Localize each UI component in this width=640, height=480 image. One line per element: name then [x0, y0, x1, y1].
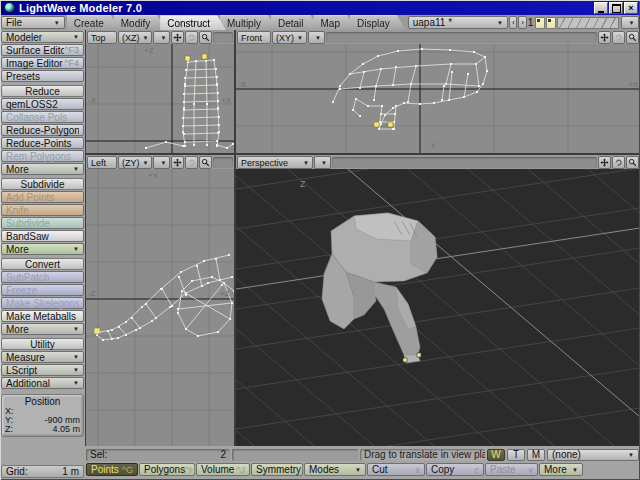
- viewport-top-style-dropdown[interactable]: ▼: [153, 31, 170, 44]
- viewport-front[interactable]: Front (XY)▼ ▼: [236, 30, 640, 153]
- tab-construct[interactable]: Construct: [160, 15, 226, 30]
- viewport-perspective-style-dropdown[interactable]: ▼: [314, 156, 331, 169]
- axis-label: -X: [88, 96, 97, 105]
- modes-dropdown-button[interactable]: Modes▼: [304, 463, 366, 476]
- minimize-button[interactable]: [594, 2, 608, 14]
- viewport-front-header: Front (XY)▼ ▼: [236, 30, 640, 44]
- chevron-down-icon: ▼: [54, 20, 60, 26]
- viewport-left[interactable]: Left (ZY)▼ ▼: [86, 155, 234, 446]
- zoom-tool-button[interactable]: [626, 31, 639, 44]
- sidebar-item-additional[interactable]: Additional▼: [1, 377, 84, 389]
- zoom-tool-button[interactable]: [199, 156, 212, 169]
- close-button[interactable]: ×: [624, 2, 638, 14]
- magnifier-icon: [628, 32, 637, 43]
- section-header-convert: Convert: [1, 258, 84, 270]
- tab-create[interactable]: Create: [67, 15, 120, 30]
- axis-label: -Y: [428, 141, 437, 150]
- tab-map[interactable]: Map: [313, 15, 355, 30]
- sidebar-item-modeler[interactable]: Modeler▼: [1, 31, 84, 43]
- viewport-area: Top (XZ)▼ ▼: [85, 30, 640, 446]
- morph-mode-button[interactable]: M: [527, 449, 545, 461]
- header-filler: [213, 157, 233, 168]
- viewport-perspective-dropdown[interactable]: Perspective▼: [237, 156, 313, 169]
- viewport-front-label-button[interactable]: Front: [237, 31, 271, 44]
- sidebar-item-add-points: Add Points: [1, 191, 84, 203]
- zoom-tool-button[interactable]: [199, 31, 212, 44]
- viewport-front-style-dropdown[interactable]: ▼: [308, 31, 325, 44]
- zoom-tool-button[interactable]: [626, 156, 639, 169]
- pan-tool-button[interactable]: [171, 156, 184, 169]
- points-mode-button[interactable]: Points^G: [86, 463, 138, 476]
- copy-button[interactable]: Copyc: [426, 463, 484, 476]
- sidebar-item-make-metaballs[interactable]: Make Metaballs: [1, 310, 84, 322]
- sidebar-item-reduce-points[interactable]: Reduce-Points: [1, 137, 84, 149]
- texture-mode-button[interactable]: T: [507, 449, 525, 461]
- viewport-top-label-button[interactable]: Top: [87, 31, 117, 44]
- more-dropdown-button[interactable]: More▼: [539, 463, 583, 476]
- object-selector-dropdown[interactable]: uapa11 * ▼: [408, 16, 508, 29]
- tab-modify[interactable]: Modify: [114, 15, 166, 30]
- sidebar-item-reduce-polygons[interactable]: Reduce-Polygons: [1, 124, 84, 136]
- viewport-top[interactable]: Top (XZ)▼ ▼: [86, 30, 234, 153]
- chevron-down-icon: ▼: [73, 365, 79, 376]
- viewport-top-axis-dropdown[interactable]: (XZ)▼: [118, 31, 152, 44]
- viewport-front-axis-dropdown[interactable]: (XY)▼: [272, 31, 307, 44]
- chevron-down-icon: ▼: [73, 324, 79, 335]
- chevron-down-icon: ▼: [160, 35, 166, 41]
- viewport-perspective-canvas[interactable]: Z: [236, 169, 640, 446]
- rotate-tool-button[interactable]: [612, 156, 625, 169]
- sidebar-item-image-editor[interactable]: Image Editor^F4: [1, 57, 84, 69]
- chevron-down-icon: ▼: [160, 160, 166, 166]
- viewport-top-canvas[interactable]: +Z -X +X: [86, 44, 234, 153]
- sidebar-item-presets[interactable]: Presets: [1, 70, 84, 82]
- sidebar-item-bandsaw[interactable]: BandSaw: [1, 230, 84, 242]
- pan-tool-button[interactable]: [598, 156, 611, 169]
- cut-button[interactable]: Cutx: [367, 463, 425, 476]
- tab-multiply[interactable]: Multiply: [220, 15, 277, 30]
- rotate-tool-button: [185, 31, 198, 44]
- layer-tab-2[interactable]: [546, 17, 556, 29]
- viewport-left-axis-dropdown[interactable]: (ZY)▼: [118, 156, 152, 169]
- rotate-tool-button: [185, 156, 198, 169]
- viewport-perspective[interactable]: Perspective▼ ▼ Z: [236, 155, 640, 446]
- sidebar-item-more-convert[interactable]: More▼: [1, 323, 84, 335]
- magnifier-icon: [201, 157, 210, 168]
- axis-label: +Z: [220, 289, 230, 298]
- header-filler: [326, 32, 597, 43]
- pan-tool-button[interactable]: [171, 31, 184, 44]
- sidebar-item-qemloss2[interactable]: qemLOSS2: [1, 98, 84, 110]
- sidebar-item-more-subdivide[interactable]: More▼: [1, 243, 84, 255]
- sel-label: Sel:: [90, 449, 107, 460]
- layer-tab-1[interactable]: [535, 17, 545, 29]
- viewport-left-label-button[interactable]: Left: [87, 156, 117, 169]
- tab-detail[interactable]: Detail: [271, 15, 320, 30]
- symmetry-button[interactable]: SymmetryY: [251, 463, 303, 476]
- layers-dropdown-button[interactable]: ▼: [621, 16, 639, 29]
- volume-mode-button[interactable]: Volume^J: [196, 463, 250, 476]
- empty-layer-tabs[interactable]: [557, 17, 619, 29]
- sidebar-item-surface-editor[interactable]: Surface Editor^F3: [1, 44, 84, 56]
- sidebar-item-measure[interactable]: Measure▼: [1, 351, 84, 363]
- pan-tool-button[interactable]: [598, 31, 611, 44]
- polygons-mode-button[interactable]: Polygons^H: [139, 463, 195, 476]
- chevron-down-icon: ▼: [73, 164, 79, 175]
- rotate-icon: [614, 157, 623, 168]
- vertex-map-dropdown[interactable]: (none) ▼: [547, 449, 639, 461]
- viewport-left-style-dropdown[interactable]: ▼: [153, 156, 170, 169]
- next-layer-button[interactable]: ›: [518, 16, 526, 29]
- sidebar-item-lscript[interactable]: LScript▼: [1, 364, 84, 376]
- chevron-down-icon: ▼: [628, 452, 634, 458]
- prev-layer-button[interactable]: ‹: [509, 16, 517, 29]
- sidebar-item-more-reduce[interactable]: More▼: [1, 163, 84, 175]
- chevron-down-icon: ▼: [73, 378, 79, 389]
- file-menu-button[interactable]: File ▼: [1, 16, 65, 29]
- grid-size-indicator: Grid: 1 m: [1, 465, 84, 478]
- magnifier-icon: [201, 32, 210, 43]
- maximize-button[interactable]: [609, 2, 623, 14]
- weight-mode-button[interactable]: W: [487, 449, 505, 461]
- menu-tabs: Create Modify Construct Multiply Detail …: [67, 15, 400, 30]
- viewport-left-canvas[interactable]: +Y -Z +Z: [86, 169, 234, 446]
- viewport-left-header: Left (ZY)▼ ▼: [86, 155, 234, 169]
- viewport-front-canvas[interactable]: -X +X -Y: [236, 44, 640, 153]
- tab-display[interactable]: Display: [350, 15, 406, 30]
